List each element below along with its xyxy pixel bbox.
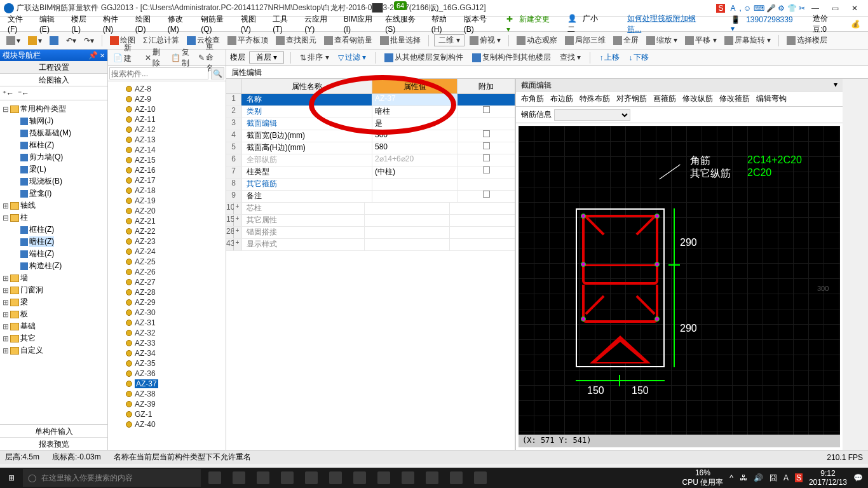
top-view-button[interactable]: 俯视 ▾ [467,34,503,47]
task-icon[interactable] [474,471,487,484]
tree-item[interactable]: 轴网(J) [3,115,105,127]
prop-row[interactable]: 2类别暗柱 [226,106,515,118]
tree-item[interactable]: 壁龛(I) [3,187,105,200]
taskbar-search[interactable]: ◯ 在这里输入你要搜索的内容 [23,469,201,487]
search-input[interactable] [109,67,208,79]
nav-tree[interactable]: ⊟常用构件类型轴网(J)筏板基础(M)框柱(Z)剪力墙(Q)梁(L)现浇板(B)… [0,100,107,424]
list-item[interactable]: AZ-35 [108,358,226,369]
zoom-button[interactable]: 缩放 ▾ [644,34,680,47]
rebar-info-select[interactable] [554,109,630,121]
list-item[interactable]: AZ-22 [108,226,226,236]
redo-icon[interactable]: ↷▾ [81,35,97,46]
prop-row[interactable]: 15+其它属性 [226,215,515,227]
section-tab[interactable]: 布边筋 [550,93,573,104]
list-item[interactable]: AZ-38 [108,389,226,399]
help-link[interactable]: 如何处理筏板附加钢筋... [623,12,707,36]
menu-online[interactable]: 在线服务(S) [381,13,426,35]
list-item[interactable]: AZ-20 [108,206,226,216]
tray-notif-icon[interactable]: 💬 [853,473,863,482]
nav-tab-project[interactable]: 工程设置 [0,61,107,74]
tree-item[interactable]: 现浇板(B) [3,175,105,187]
tree-item[interactable]: ⊞门窗洞 [3,284,105,296]
prop-row[interactable]: 5截面高(H边)(mm)580 [226,142,515,154]
list-item[interactable]: AZ-23 [108,236,226,247]
section-tab[interactable]: 布角筋 [521,93,544,104]
prop-row[interactable]: 43+显示样式 [226,239,515,251]
tree-item[interactable]: ⊟常用构件类型 [3,103,105,115]
list-item[interactable]: AZ-26 [108,267,226,277]
list-item[interactable]: AZ-33 [108,338,226,348]
prop-row[interactable]: 7柱类型(中柱) [226,166,515,179]
list-item[interactable]: AZ-11 [108,114,226,125]
menu-bim[interactable]: BIM应用(I) [340,13,381,35]
prop-row[interactable]: 6全部纵筋2⌀14+6⌀20 [226,154,515,166]
expand-icon[interactable]: ⁺← [3,89,14,98]
section-tab[interactable]: 修改箍筋 [719,93,750,104]
minimize-button[interactable]: — [805,4,825,13]
nav-close-icon[interactable]: ✕ [100,52,105,59]
tree-item[interactable]: ⊞其它 [3,332,105,344]
find-button[interactable]: 查找 ▾ [557,51,583,64]
prop-row[interactable]: 10+芯柱 [226,203,515,215]
new-icon[interactable]: ▾ [4,35,23,46]
section-tab[interactable]: 特殊布筋 [580,93,610,104]
task-icon[interactable] [233,471,245,484]
tree-item[interactable]: 端柱(Z) [3,248,105,260]
list-item[interactable]: AZ-31 [108,318,226,328]
prop-row[interactable]: 3截面编辑是 [226,118,515,130]
task-icon[interactable] [329,471,342,484]
list-item[interactable]: AZ-10 [108,104,226,114]
tray-ime-icon[interactable]: 囧 [770,473,777,484]
task-icon[interactable] [377,471,390,484]
task-icon[interactable] [426,471,438,484]
menu-floor[interactable]: 楼层(L) [67,13,97,35]
section-tab[interactable]: 编辑弯钩 [756,93,787,104]
sel-floor-button[interactable]: 选择楼层 [784,34,830,47]
tray-s-icon[interactable]: S [795,473,803,482]
local3d-button[interactable]: 局部三维 [562,34,608,47]
menu-cloud[interactable]: 云应用(Y) [301,13,338,35]
menu-draw[interactable]: 绘图(D) [132,13,163,35]
tree-item[interactable]: ⊞基础 [3,320,105,332]
list-item[interactable]: AZ-37 [108,379,226,389]
view-rebar-button[interactable]: 查看钢筋量 [322,34,375,47]
task-icon[interactable] [305,471,318,484]
down-button[interactable]: ↓下移 [626,51,651,64]
undo-icon[interactable]: ↶▾ [64,35,79,46]
prop-row[interactable]: 9备注 [226,191,515,203]
maximize-button[interactable]: ▭ [825,4,845,13]
list-item[interactable]: AZ-28 [108,287,226,297]
list-item[interactable]: AZ-34 [108,348,226,358]
list-item[interactable]: GZ-1 [108,409,226,419]
tray-a-icon[interactable]: A [783,473,789,482]
member-list[interactable]: AZ-8AZ-9AZ-10AZ-11AZ-12AZ-13AZ-14AZ-15AZ… [108,81,226,450]
section-canvas[interactable]: 角筋 其它纵筋 2C14+2C20 2C20 290 290 150 150 3… [519,126,840,447]
list-item[interactable]: AZ-29 [108,297,226,308]
orbit-button[interactable]: 动态观察 [514,34,560,47]
section-menu-icon[interactable]: ▾ [834,80,837,90]
batch-sel-button[interactable]: 批量选择 [377,34,423,47]
start-button[interactable]: ⊞ [0,473,23,482]
list-item[interactable]: AZ-15 [108,155,226,165]
list-item[interactable]: AZ-30 [108,308,226,318]
tree-item[interactable]: 框柱(Z) [3,224,105,236]
prop-row[interactable]: 4截面宽(B边)(mm)300 [226,130,515,142]
menu-view[interactable]: 视图(V) [237,13,268,35]
tree-item[interactable]: ⊞梁 [3,296,105,308]
up-button[interactable]: ↑上移 [597,51,622,64]
section-tab[interactable]: 对齐钢筋 [616,93,647,104]
save-icon[interactable] [47,35,61,46]
menu-modify[interactable]: 修改(M) [164,13,196,35]
list-item[interactable]: AZ-8 [108,84,226,94]
tray-clock[interactable]: 9:122017/12/13 [809,469,847,487]
tree-item[interactable]: ⊞轴线 [3,200,105,212]
task-icon[interactable] [257,471,269,484]
filter-button[interactable]: ▽过滤 ▾ [336,51,369,64]
task-icon[interactable] [353,471,366,484]
list-item[interactable]: AZ-24 [108,247,226,257]
tree-item[interactable]: 剪力墙(Q) [3,151,105,163]
tree-item[interactable]: 暗柱(Z) [3,236,105,248]
collapse-icon[interactable]: ⁻← [18,89,29,98]
nav-tab-draw[interactable]: 绘图输入 [0,74,107,86]
section-tab[interactable]: 修改纵筋 [682,93,713,104]
